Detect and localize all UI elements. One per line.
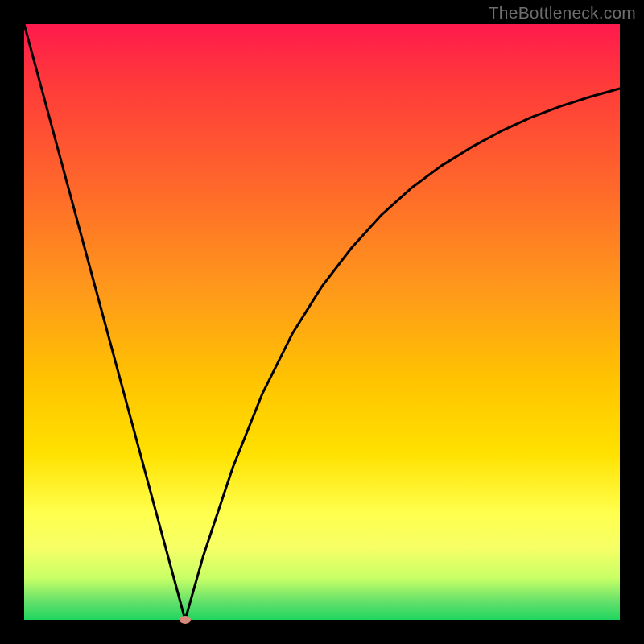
chart-frame: TheBottleneck.com [0,0,644,644]
optimal-point-marker [180,616,191,624]
bottleneck-curve [24,24,620,620]
watermark-text: TheBottleneck.com [489,3,636,23]
plot-area [24,24,620,620]
